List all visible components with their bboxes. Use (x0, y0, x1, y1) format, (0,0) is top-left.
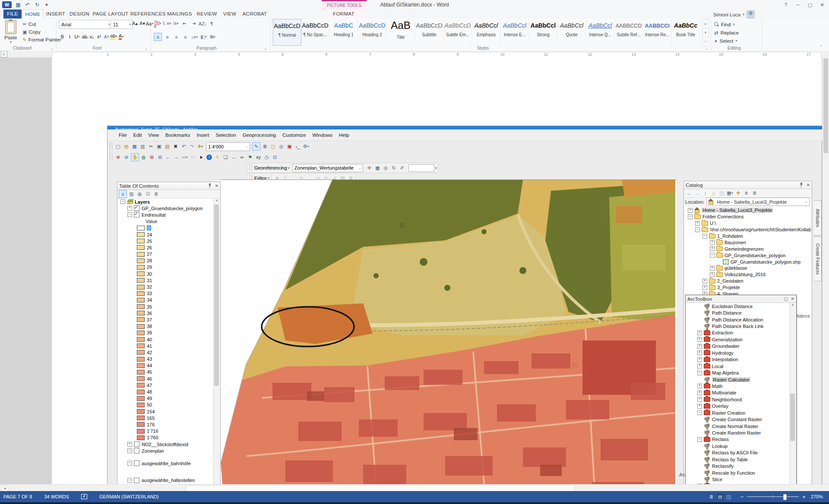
expand-icon[interactable]: + (697, 331, 702, 335)
layer-gp-gruendstuecke[interactable]: +GP_Gruendstuecke_polygon (118, 205, 213, 211)
value-row[interactable]: 46 (118, 375, 213, 382)
styles-dialog-launcher[interactable]: ⌟ (706, 46, 707, 50)
toolbox-item[interactable]: Euclidean Distance (686, 303, 789, 309)
scroll-left-arrow[interactable]: ◂ (1, 485, 9, 491)
auto-registration[interactable]: ◎ (382, 164, 389, 172)
value-row[interactable]: 38 (118, 323, 213, 330)
read-mode-icon[interactable]: 🗎 (709, 494, 715, 500)
styles-scroll[interactable]: ▲ ▼ ⍗ (702, 19, 709, 47)
toolbox-item[interactable]: Path Distance (686, 309, 789, 316)
redo[interactable]: ↷ (188, 143, 196, 150)
close-icon[interactable]: ✕ (215, 183, 218, 188)
rotation-angle-input[interactable] (408, 164, 434, 172)
style-heading-2[interactable]: AaBbCcDHeading 2 (358, 19, 386, 45)
styles-more[interactable]: ⍗ (702, 38, 709, 47)
value-row[interactable]: 165 (118, 415, 213, 421)
undo[interactable]: ↶ (23, 1, 32, 8)
catalog-item[interactable]: GP_Gruendstuecke_polygon.shp (684, 258, 811, 265)
page-indicator[interactable]: PAGE 7 OF 8 (3, 494, 32, 499)
toolbox-item[interactable]: Create Normal Raster (686, 423, 789, 429)
menu-windows[interactable]: Windows (312, 132, 332, 138)
georeferencing-layer-combo[interactable]: Zonenplan_Wertungstabelle⌄ (292, 164, 363, 172)
catalog-item[interactable]: +Home - Sabella_Luca\3_Projekte (684, 207, 811, 214)
view-link-table[interactable]: ▦ (374, 164, 381, 172)
back[interactable]: ← (685, 189, 693, 197)
value-row[interactable]: 42 (118, 349, 213, 356)
value-row[interactable]: 30 (118, 271, 213, 277)
tab-format[interactable]: FORMAT (325, 9, 363, 19)
value-row[interactable]: 48 (118, 388, 213, 395)
toolbox-item[interactable]: Create Random Raster (686, 429, 789, 436)
layer-zonenplan[interactable]: −Zonenplan (118, 447, 213, 454)
style-strong[interactable]: AaBbCclStrong (529, 19, 557, 45)
catalog-item[interactable]: +Bauzonen (684, 239, 811, 246)
hyperlink[interactable]: ϟ (214, 154, 221, 161)
select-button[interactable]: ➤Select▾ (714, 37, 739, 45)
sort[interactable]: AZ↓ (199, 20, 206, 27)
delete[interactable]: ✖ (172, 143, 179, 150)
find[interactable]: ∞ (238, 154, 246, 161)
value-row[interactable]: 29 (118, 264, 213, 271)
toolbox-item[interactable]: Path Distance Back Link (686, 323, 789, 329)
table-of-contents-window[interactable]: ≣ (261, 143, 269, 150)
menu-edit[interactable]: Edit (133, 132, 142, 138)
style-subtle-ref-[interactable]: AABBCCDSubtle Ref... (615, 19, 643, 45)
toolbox-item[interactable]: +Interpolation (686, 356, 789, 363)
collapse-icon[interactable]: − (695, 227, 700, 232)
value-row[interactable]: 154 (118, 408, 213, 415)
collapse-icon[interactable]: − (697, 410, 702, 415)
line-spacing[interactable]: ↕≡▾ (191, 33, 198, 41)
paste[interactable]: ▧ (164, 143, 171, 150)
open[interactable]: ▤ (123, 143, 130, 150)
layer-no2-stickstoffdioxid[interactable]: +NO2__Stickstoffdioxid (118, 441, 213, 447)
value-row[interactable]: 43 (118, 356, 213, 362)
time-slider[interactable]: ◷ (263, 154, 270, 161)
toolbox-item[interactable]: +Math (686, 383, 789, 389)
list-by-drawing-order[interactable]: ≡ (119, 190, 127, 198)
toolbox-item[interactable]: +Extraction (686, 330, 789, 336)
forward-extent[interactable]: → (173, 154, 180, 161)
catalog-item[interactable]: +Gemeindegrenzen (684, 246, 811, 252)
catalog-item[interactable]: −1_Rohdaten (684, 233, 811, 239)
language-indicator[interactable]: GERMAN (SWITZERLAND) (99, 494, 159, 499)
replace-button[interactable]: ⇄Replace (714, 28, 739, 37)
collapse-icon[interactable]: − (127, 448, 132, 453)
toolbox-item[interactable]: Rescale by Function (686, 469, 789, 476)
menu-customize[interactable]: Customize (282, 132, 306, 138)
scroll-thumb[interactable] (186, 485, 575, 491)
fixed-zoom-out[interactable]: ⊟ (156, 154, 164, 161)
styles-scroll-up[interactable]: ▲ (702, 19, 709, 28)
style-subtitle[interactable]: AaBbCcDSubtitle (415, 19, 443, 45)
expand-icon[interactable]: + (697, 391, 702, 395)
expand-icon[interactable]: + (697, 397, 702, 402)
tab-mailings[interactable]: MAILINGS (166, 9, 193, 19)
font-size-combo[interactable]: 11▾ (111, 20, 133, 29)
value-row[interactable]: 26 (118, 244, 213, 251)
catalog-item[interactable]: +güteklasse (684, 265, 811, 271)
value-row[interactable]: 50 (118, 402, 213, 408)
toolbox-item[interactable]: Slice (686, 476, 789, 482)
back-extent[interactable]: ← (165, 154, 172, 161)
user-account[interactable]: Simoni Luca ▾ (713, 10, 755, 19)
catalog-window[interactable]: ◫ (269, 143, 277, 150)
value-row[interactable]: 33 (118, 290, 213, 297)
align-left[interactable]: ≡ (154, 33, 162, 41)
collapse-icon[interactable]: − (120, 199, 125, 204)
forward[interactable]: → (693, 189, 701, 197)
expand-icon[interactable]: + (697, 357, 702, 362)
find-button[interactable]: Find▾ (714, 20, 739, 28)
catalog-item[interactable]: +2_Geodaten (684, 278, 811, 284)
toolbox-item[interactable]: +Overlay (686, 403, 789, 410)
pin-icon[interactable] (208, 183, 212, 188)
toolbox-item[interactable]: −Raster Creation (686, 410, 789, 416)
tab-page-layout[interactable]: PAGE LAYOUT (92, 9, 129, 19)
style-intense-re-[interactable]: AABBCCIIntense Re... (643, 19, 671, 45)
toolbox-item[interactable]: +Neighborhood (686, 396, 789, 403)
expand-icon[interactable]: + (697, 364, 702, 369)
collapse-icon[interactable]: − (697, 437, 702, 442)
toolbox-item[interactable]: Reclassify (686, 463, 789, 469)
proofing-icon[interactable]: ✗ (81, 494, 87, 499)
list-by-selection[interactable]: ☑ (144, 190, 152, 198)
home-folder[interactable]: ⌂ (710, 189, 717, 197)
expand-icon[interactable]: + (710, 272, 715, 277)
